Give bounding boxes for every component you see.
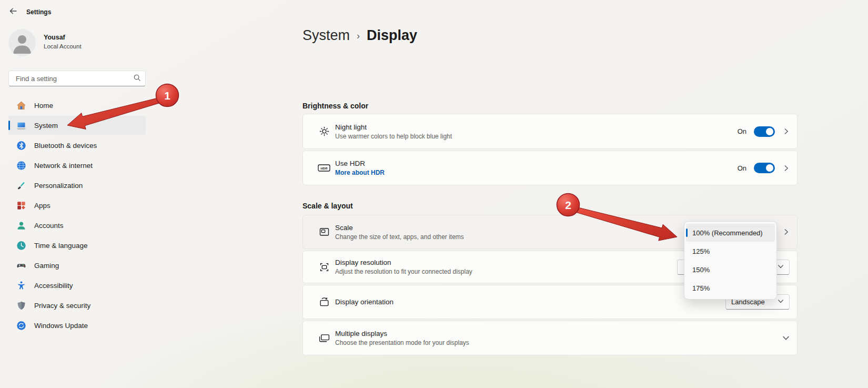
night-light-text: Night light Use warmer colors to help bl… <box>335 123 738 140</box>
sidebar-item-label: Time & language <box>34 242 88 250</box>
scale-option-100[interactable]: 100% (Recommended) <box>686 224 775 242</box>
resolution-icon <box>318 262 330 273</box>
search-input[interactable] <box>15 74 133 83</box>
toggle-state-label: On <box>738 164 746 172</box>
night-light-controls: On <box>738 126 790 137</box>
display-orientation-text: Display orientation <box>335 298 725 306</box>
sidebar-item-label: Accounts <box>34 222 64 230</box>
multiple-displays-row[interactable]: Multiple displays Choose the presentatio… <box>302 321 798 355</box>
sidebar-item-personalization[interactable]: Personalization <box>8 176 146 195</box>
sidebar-item-label: Home <box>34 102 53 110</box>
toggle-state-label: On <box>738 127 746 135</box>
row-subtitle: Choose the presentation mode for your di… <box>335 339 782 346</box>
orientation-icon <box>318 296 330 307</box>
sidebar-item-network-internet[interactable]: Network & internet <box>8 156 146 175</box>
selected-accent-bar <box>8 121 10 130</box>
back-button[interactable] <box>7 6 19 18</box>
chevron-right-icon[interactable] <box>782 128 790 135</box>
bluetooth-icon <box>16 140 26 151</box>
shield-icon <box>16 300 26 311</box>
sidebar-item-label: Bluetooth & devices <box>34 142 97 150</box>
sidebar-item-time-language[interactable]: Time & language <box>8 236 146 255</box>
user-account-type: Local Account <box>44 43 82 49</box>
chevron-down-icon[interactable] <box>782 334 790 342</box>
scale-option-150[interactable]: 150% <box>686 261 775 278</box>
hdr-badge-text: HDR <box>321 167 328 170</box>
chevron-down-icon <box>778 263 784 271</box>
apps-grid-icon <box>16 200 26 211</box>
use-hdr-row[interactable]: HDR Use HDR More about HDR On <box>302 151 798 185</box>
chevron-right-icon[interactable] <box>782 165 790 172</box>
row-title: Night light <box>335 123 738 131</box>
sidebar-item-label: Gaming <box>34 262 59 270</box>
row-title: Use HDR <box>335 160 738 167</box>
scale-dropdown-menu: 100% (Recommended) 125% 150% 175% <box>684 221 777 300</box>
breadcrumb-separator-icon: › <box>357 31 360 42</box>
multiple-displays-icon <box>318 333 330 344</box>
selected-accent-bar <box>686 228 688 237</box>
use-hdr-toggle[interactable] <box>754 163 775 173</box>
more-about-hdr-link[interactable]: More about HDR <box>335 169 738 176</box>
sidebar-item-accounts[interactable]: Accounts <box>8 216 146 235</box>
row-subtitle: Use warmer colors to help block blue lig… <box>335 133 738 140</box>
chevron-right-icon[interactable] <box>782 228 790 235</box>
menu-option-label: 100% (Recommended) <box>692 229 763 237</box>
page-title: Display <box>367 27 417 44</box>
sidebar-item-label: Apps <box>34 202 51 210</box>
app-title: Settings <box>26 8 51 16</box>
step-2-number: 2 <box>565 199 571 211</box>
row-title: Display resolution <box>335 258 677 266</box>
globe-icon <box>16 160 26 171</box>
step-2-circle <box>557 194 580 216</box>
use-hdr-text: Use HDR More about HDR <box>335 160 738 176</box>
display-resolution-text: Display resolution Adjust the resolution… <box>335 258 677 275</box>
search-icon <box>133 74 141 84</box>
breadcrumb-parent[interactable]: System <box>302 27 350 44</box>
sidebar-item-apps[interactable]: Apps <box>8 196 146 215</box>
menu-option-label: 150% <box>692 266 710 274</box>
breadcrumb: System › Display <box>302 27 417 44</box>
step-1-number: 1 <box>164 89 170 102</box>
scale-option-125[interactable]: 125% <box>686 242 775 260</box>
night-light-row[interactable]: Night light Use warmer colors to help bl… <box>302 114 798 149</box>
scale-icon <box>318 226 330 237</box>
sidebar-item-privacy-security[interactable]: Privacy & security <box>8 296 146 315</box>
sidebar-item-system[interactable]: System <box>8 116 146 135</box>
sidebar-nav: Home System Bluetooth & devices Network … <box>8 96 146 336</box>
home-icon <box>16 100 26 111</box>
section-brightness-color: Brightness & color <box>302 102 368 110</box>
avatar[interactable] <box>8 29 36 56</box>
sidebar-item-windows-update[interactable]: Windows Update <box>8 316 146 335</box>
menu-option-label: 175% <box>692 284 710 292</box>
sidebar-item-label: Windows Update <box>34 322 88 330</box>
night-light-icon <box>318 126 330 137</box>
multiple-displays-text: Multiple displays Choose the presentatio… <box>335 330 782 346</box>
use-hdr-controls: On <box>738 163 790 173</box>
sidebar-item-label: Accessibility <box>34 282 73 290</box>
hdr-icon: HDR <box>318 163 330 173</box>
settings-window: Settings Yousaf Local Account Home Syste… <box>0 0 868 388</box>
scale-controls <box>782 228 790 235</box>
back-arrow-icon <box>9 7 17 17</box>
row-title: Multiple displays <box>335 330 782 337</box>
search-box[interactable] <box>8 71 146 86</box>
sidebar-item-label: Network & internet <box>34 162 93 170</box>
sidebar-item-bluetooth-devices[interactable]: Bluetooth & devices <box>8 136 146 155</box>
update-arrows-icon <box>16 320 26 331</box>
system-icon <box>16 120 26 131</box>
row-subtitle: Adjust the resolution to fit your connec… <box>335 268 677 275</box>
chevron-down-icon <box>778 298 784 306</box>
night-light-toggle[interactable] <box>754 126 775 137</box>
paintbrush-icon <box>16 180 26 191</box>
section-scale-layout: Scale & layout <box>302 202 353 210</box>
sidebar-item-gaming[interactable]: Gaming <box>8 256 146 275</box>
step-1-circle <box>156 84 179 107</box>
sidebar-item-label: Personalization <box>34 182 83 190</box>
scale-option-175[interactable]: 175% <box>686 279 775 297</box>
sidebar-item-label: System <box>34 122 58 130</box>
sidebar-item-accessibility[interactable]: Accessibility <box>8 276 146 295</box>
clock-icon <box>16 240 26 251</box>
row-title: Display orientation <box>335 298 725 306</box>
toggle-knob <box>766 128 773 135</box>
sidebar-item-home[interactable]: Home <box>8 96 146 115</box>
